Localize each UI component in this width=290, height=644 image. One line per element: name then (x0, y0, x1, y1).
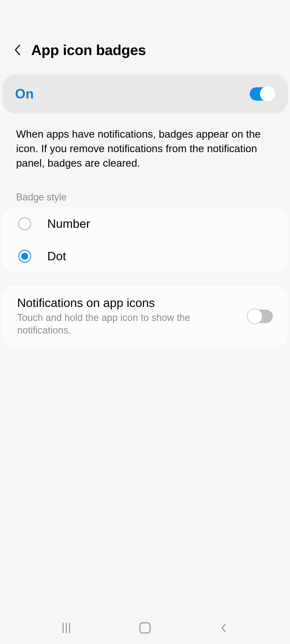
nav-home-button[interactable] (137, 620, 153, 636)
master-toggle-label: On (15, 86, 34, 102)
radio-inner-dot (21, 253, 28, 260)
chevron-left-icon (13, 44, 21, 56)
recents-icon (63, 623, 70, 633)
master-toggle-switch[interactable] (250, 87, 275, 101)
radio-icon (18, 217, 31, 230)
radio-label: Number (47, 217, 90, 231)
item-text: Notifications on app icons Touch and hol… (17, 296, 240, 337)
description-text: When apps have notifications, badges app… (0, 114, 290, 181)
header: App icon badges (0, 0, 290, 74)
back-button[interactable] (11, 43, 24, 56)
chevron-left-icon (220, 623, 227, 633)
badge-style-card: Number Dot (2, 208, 288, 272)
home-icon (139, 622, 151, 634)
nav-back-button[interactable] (216, 620, 232, 636)
radio-option-dot[interactable]: Dot (2, 240, 288, 272)
page-title: App icon badges (31, 42, 146, 58)
radio-label: Dot (47, 249, 66, 263)
radio-icon-selected (18, 250, 31, 263)
master-toggle-card[interactable]: On (2, 74, 288, 114)
item-subtitle: Touch and hold the app icon to show the … (17, 312, 240, 337)
notifications-toggle-switch[interactable] (248, 310, 273, 323)
nav-recents-button[interactable] (58, 620, 74, 636)
item-title: Notifications on app icons (17, 296, 240, 310)
badge-style-section-label: Badge style (0, 181, 290, 208)
radio-option-number[interactable]: Number (2, 208, 288, 240)
notifications-on-icons-card[interactable]: Notifications on app icons Touch and hol… (2, 285, 288, 347)
navigation-bar (0, 612, 290, 644)
